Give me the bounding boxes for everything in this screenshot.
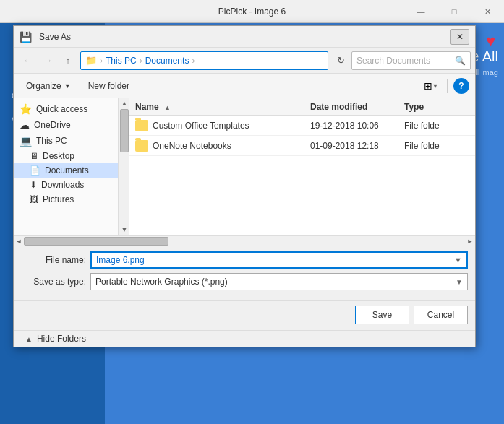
filetype-dropdown-arrow[interactable]: ▼ [456, 278, 463, 286]
tree-scroll-thumb[interactable] [120, 109, 129, 152]
file-row[interactable]: Custom Office Templates 19-12-2018 10:06… [129, 116, 475, 136]
file-pane: ⭐ Quick access ☁ OneDrive 💻 This PC 🖥 De… [14, 98, 475, 235]
pictures-icon: 🖼 [30, 194, 38, 204]
breadcrumb-sep2: › [140, 56, 142, 66]
file-date-1: 01-09-2018 12:18 [310, 141, 404, 151]
filename-dropdown-arrow[interactable]: ▼ [454, 256, 462, 264]
tree-scrollbar[interactable]: ▲ ▼ [119, 98, 129, 235]
filetype-select[interactable]: Portable Network Graphics (*.png) ▼ [90, 273, 468, 290]
filetype-value: Portable Network Graphics (*.png) [95, 277, 228, 287]
view-toggle-button[interactable]: ⊞ ▼ [421, 77, 441, 95]
header-name: Name ▲ [135, 102, 310, 112]
picpick-titlebar: PicPick - Image 6 — □ ✕ [0, 0, 504, 23]
organize-arrow: ▼ [64, 82, 71, 90]
tree-label-desktop: Desktop [43, 151, 74, 161]
save-button[interactable]: Save [355, 306, 409, 324]
tree-item-thispc[interactable]: 💻 This PC [14, 133, 118, 149]
organize-button[interactable]: Organize ▼ [20, 77, 77, 95]
tree-item-documents[interactable]: 📄 Documents [14, 163, 118, 178]
folder-tree-container: ⭐ Quick access ☁ OneDrive 💻 This PC 🖥 De… [14, 98, 129, 235]
filetype-label: Save as type: [21, 277, 86, 287]
nav-up-button[interactable]: ↑ [59, 51, 77, 70]
scroll-track[interactable] [24, 236, 465, 246]
picpick-background: PicPick - Image 6 — □ ✕ ← Options About … [0, 0, 504, 424]
tree-item-onedrive[interactable]: ☁ OneDrive [14, 117, 118, 133]
filetype-row: Save as type: Portable Network Graphics … [21, 273, 468, 290]
nav-forward-button[interactable]: → [38, 51, 57, 70]
dialog-save-icon: 💾 [20, 31, 32, 43]
file-name-0: Custom Office Templates [153, 121, 310, 131]
tree-scroll-track [119, 108, 129, 225]
header-type: Type [404, 102, 469, 112]
save-as-dialog: 💾 Save As ✕ ← → ↑ 📁 › This PC › Document… [13, 25, 476, 347]
folder-icon [135, 120, 148, 131]
tree-label-documents: Documents [45, 165, 89, 176]
search-placeholder: Search Documents [356, 56, 430, 66]
hide-folders-arrow: ▲ [25, 335, 33, 343]
downloads-icon: ⬇ [30, 180, 37, 190]
organize-label: Organize [26, 81, 61, 91]
filename-row: File name: Image 6.png ▼ [21, 251, 468, 269]
thispc-icon: 💻 [20, 135, 32, 147]
file-list-header: Name ▲ Date modified Type [129, 98, 475, 116]
breadcrumb-sep1: › [100, 56, 103, 66]
breadcrumb-documents[interactable]: Documents [145, 56, 189, 66]
tree-item-quick-access[interactable]: ⭐ Quick access [14, 101, 118, 117]
tree-label-downloads: Downloads [41, 180, 84, 190]
tree-label-quick-access: Quick access [36, 104, 87, 114]
file-name-1: OneNote Notebooks [153, 141, 310, 151]
col-name-label: Name [135, 102, 159, 112]
new-folder-button[interactable]: New folder [82, 77, 136, 95]
file-type-1: File folde [404, 141, 469, 151]
tree-scroll-up[interactable]: ▲ [119, 98, 129, 108]
minimize-button[interactable]: — [404, 0, 437, 23]
nav-refresh-button[interactable]: ↻ [331, 51, 350, 70]
breadcrumb-thispc[interactable]: This PC [106, 56, 137, 66]
filename-value: Image 6.png [96, 255, 145, 265]
tree-scroll-down[interactable]: ▼ [119, 225, 129, 235]
picpick-window-controls: — □ ✕ [404, 0, 504, 23]
documents-icon: 📄 [30, 165, 40, 176]
hide-folders-label: Hide Folders [37, 334, 86, 344]
tree-label-pictures: Pictures [43, 194, 74, 204]
tree-label-onedrive: OneDrive [34, 120, 71, 130]
view-icon: ⊞ [424, 80, 432, 92]
search-box[interactable]: Search Documents 🔍 [351, 51, 471, 70]
toolbar-divider [447, 79, 448, 93]
dialog-buttons: Save Cancel [14, 300, 475, 330]
navigation-bar: ← → ↑ 📁 › This PC › Documents › ↻ Search… [14, 48, 475, 74]
hide-folders-bar[interactable]: ▲ Hide Folders [14, 330, 475, 347]
file-list: Name ▲ Date modified Type Custom Office … [129, 98, 475, 235]
folder-icon [135, 140, 148, 152]
view-arrow: ▼ [432, 82, 439, 90]
scroll-thumb[interactable] [24, 237, 168, 246]
picpick-title: PicPick - Image 6 [218, 7, 286, 17]
onedrive-icon: ☁ [20, 119, 30, 131]
desktop-icon: 🖥 [30, 151, 38, 161]
filename-input[interactable]: Image 6.png ▼ [90, 251, 468, 269]
tree-item-pictures[interactable]: 🖼 Pictures [14, 192, 118, 207]
quick-access-icon: ⭐ [20, 103, 32, 115]
maximize-button[interactable]: □ [437, 0, 471, 23]
breadcrumb-bar: 📁 › This PC › Documents › [80, 51, 328, 70]
bottom-fields: File name: Image 6.png ▼ Save as type: P… [14, 246, 475, 300]
scroll-left-button[interactable]: ◄ [14, 236, 24, 246]
file-type-0: File folde [404, 121, 469, 131]
dialog-titlebar: 💾 Save As ✕ [14, 26, 475, 48]
tree-item-downloads[interactable]: ⬇ Downloads [14, 178, 118, 192]
breadcrumb-folder-icon: 📁 [85, 55, 97, 66]
picpick-close-button[interactable]: ✕ [471, 0, 504, 23]
search-icon: 🔍 [455, 56, 466, 66]
cancel-button[interactable]: Cancel [414, 306, 468, 324]
help-button[interactable]: ? [453, 78, 469, 94]
horizontal-scrollbar: ◄ ► [14, 235, 475, 246]
nav-back-button[interactable]: ← [18, 51, 37, 70]
file-date-0: 19-12-2018 10:06 [310, 121, 404, 131]
scroll-right-button[interactable]: ► [465, 236, 475, 246]
sort-arrow: ▲ [164, 104, 171, 111]
dialog-close-button[interactable]: ✕ [450, 29, 469, 45]
dialog-toolbar: Organize ▼ New folder ⊞ ▼ ? [14, 74, 475, 98]
new-folder-label: New folder [88, 81, 129, 91]
file-row[interactable]: OneNote Notebooks 01-09-2018 12:18 File … [129, 136, 475, 156]
tree-item-desktop[interactable]: 🖥 Desktop [14, 149, 118, 163]
